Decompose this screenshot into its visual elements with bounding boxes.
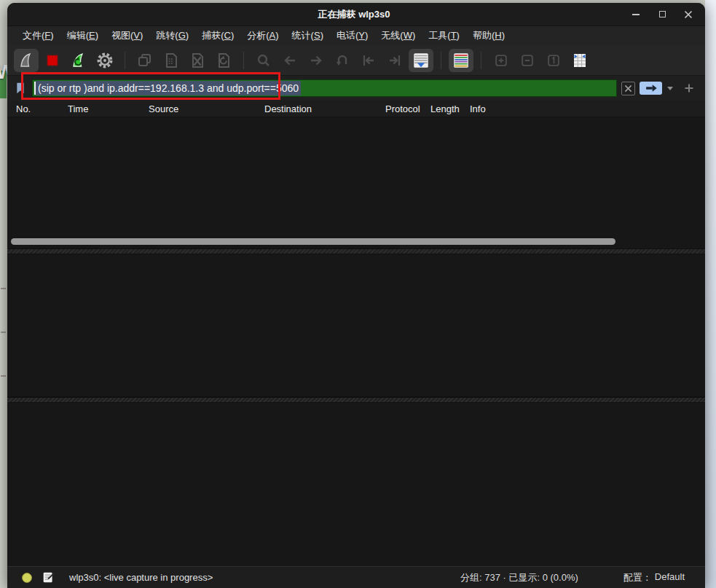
packet-list-header: No. Time Source Destination Protocol Len… [7,101,705,117]
desktop-texture [1,375,6,377]
close-file-icon [189,52,206,69]
colorize-packets-button[interactable] [449,49,473,72]
packet-bytes-pane[interactable] [7,403,705,566]
menu-edit[interactable]: 编辑(E) [60,27,105,44]
minimize-button[interactable] [631,9,641,20]
column-time[interactable]: Time [62,103,143,114]
save-file-button [159,49,184,72]
desktop-texture [1,332,6,333]
zoom-in-button [489,49,514,72]
stop-capture-button[interactable] [40,49,65,72]
column-source[interactable]: Source [143,103,259,114]
arrow-to-start-icon [360,52,377,69]
search-icon [255,52,272,69]
capture-status-text: wlp3s0: <live capture in progress> [69,572,213,583]
minimize-icon [632,14,640,15]
go-back-button [278,49,302,72]
comment-pencil-icon [42,571,55,584]
colorize-icon [452,51,471,70]
menu-capture[interactable]: 捕获(C) [195,27,240,44]
title-bar[interactable]: 正在捕获 wlp3s0 [7,3,705,26]
shark-fin-icon [17,52,35,69]
close-button[interactable] [683,9,693,20]
menu-telephony[interactable]: 电话(Y) [330,27,374,44]
menu-wireless[interactable]: 无线(W) [374,27,422,44]
auto-scroll-button[interactable] [409,49,433,72]
main-toolbar [7,45,705,76]
horizontal-scrollbar[interactable] [7,235,705,248]
arrow-left-icon [281,52,299,69]
menu-file[interactable]: 文件(F) [16,27,60,44]
apply-filter-button[interactable] [640,82,662,95]
find-packet-button [251,49,276,72]
menu-go[interactable]: 跳转(G) [149,27,195,44]
packet-details-pane[interactable] [7,254,705,397]
restart-capture-button[interactable] [66,49,91,72]
filter-bookmark-button[interactable] [12,79,29,97]
packet-list-pane[interactable] [7,117,705,235]
zoom-out-icon [519,52,535,68]
column-info[interactable]: Info [464,103,705,114]
normal-size-icon [546,52,562,68]
stop-square-icon [44,52,61,69]
column-destination[interactable]: Destination [259,103,379,114]
status-bar: wlp3s0: <live capture in progress> 分组: 7… [7,566,705,588]
restart-fin-icon [70,52,87,69]
reload-file-icon [215,52,232,69]
go-to-packet-button [330,49,355,72]
apply-arrow-icon [644,84,658,93]
menu-view[interactable]: 视图(V) [105,27,149,44]
gear-icon [95,51,114,70]
go-forward-button [304,49,329,72]
go-first-packet-button [356,49,381,72]
clear-x-icon [624,85,632,93]
display-filter-input[interactable]: (sip or rtp )and ip.addr==192.168.1.3 an… [32,79,617,97]
pane-splitter[interactable] [7,248,705,254]
clear-filter-button[interactable] [621,82,635,95]
profile-label: 配置： [623,571,652,584]
zoom-out-button [515,49,540,72]
maximize-icon [659,11,666,17]
scrollbar-thumb[interactable] [11,238,615,245]
profile-section[interactable]: 配置： Default [623,571,685,584]
reload-file-button [211,49,236,72]
menu-tools[interactable]: 工具(T) [422,27,466,44]
wireshark-window: 正在捕获 wlp3s0 文件(F) 编辑(E) 视图(V) 跳转(G) 捕获(C… [7,3,705,588]
display-filter-bar: (sip or rtp )and ip.addr==192.168.1.3 an… [7,76,705,101]
menu-analyze[interactable]: 分析(A) [240,27,285,44]
capture-options-button[interactable] [93,49,117,72]
u-turn-arrow-icon [334,52,351,69]
add-filter-button[interactable] [682,81,696,95]
bookmark-icon [15,82,26,95]
window-title: 正在捕获 wlp3s0 [7,8,631,21]
normal-size-button [541,49,566,72]
close-icon [684,10,693,19]
packet-counts-text: 分组: 737 · 已显示: 0 (0.0%) [460,571,578,584]
column-protocol[interactable]: Protocol [379,103,425,114]
menu-statistics[interactable]: 统计(S) [286,27,330,44]
menu-bar: 文件(F) 编辑(E) 视图(V) 跳转(G) 捕获(C) 分析(A) 统计(S… [7,26,705,45]
maximize-button[interactable] [657,9,667,20]
profile-value[interactable]: Default [655,571,685,584]
resize-columns-icon [571,52,589,69]
column-no[interactable]: No. [10,103,62,114]
filter-history-dropdown[interactable] [667,87,673,90]
toolbar-separator [125,52,125,69]
menu-help[interactable]: 帮助(H) [466,27,511,44]
open-file-icon [136,52,154,69]
arrow-right-icon [307,52,325,69]
column-length[interactable]: Length [425,103,464,114]
open-file-button [133,49,157,72]
expert-info-icon[interactable] [22,573,32,583]
plus-icon [684,83,694,93]
filter-expression-text: (sip or rtp )and ip.addr==192.168.1.3 an… [36,81,301,95]
pane-splitter[interactable] [7,397,705,403]
arrow-to-end-icon [386,52,404,69]
resize-columns-button[interactable] [567,49,592,72]
capture-comment-button[interactable] [42,571,55,584]
auto-scroll-icon [412,51,430,70]
start-capture-button[interactable] [14,49,39,72]
close-file-button [185,49,210,72]
toolbar-separator [481,52,481,69]
save-file-icon [162,52,180,69]
